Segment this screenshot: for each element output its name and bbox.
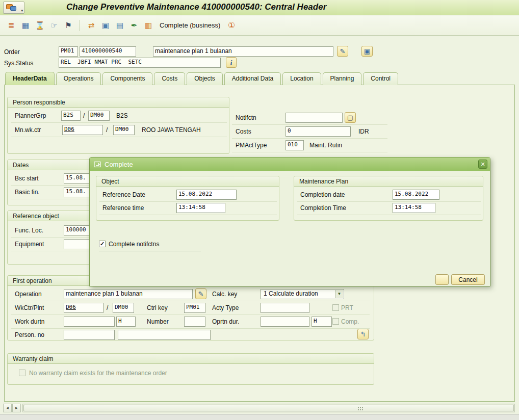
wkctr-field[interactable]: D06 [64, 303, 103, 313]
ctrl-key-field[interactable]: PM01 [184, 303, 205, 313]
person-no-field[interactable] [64, 330, 115, 340]
tab-headerdata[interactable]: HeaderData [5, 72, 55, 85]
scrollbar-track[interactable] [22, 404, 515, 412]
tab-components[interactable]: Components [102, 72, 152, 85]
create-notification-icon[interactable]: ▢ [345, 112, 356, 123]
complete-dialog: Complete ✕ Object Reference Date 15.08.2… [89, 157, 490, 286]
work-durtn-unit-field[interactable]: H [116, 317, 136, 327]
calc-key-value: 1 Calculate duration [264, 290, 318, 297]
acty-type-field[interactable] [261, 303, 309, 313]
cost-report-icon[interactable]: ▦ [19, 19, 32, 32]
notifctn-field[interactable] [286, 113, 343, 123]
application-toolbar: ≣ ▦ ⌛ ☞ ⚑ ⇄ ▣ ▤ ✒ ▥ Complete (business) … [0, 15, 519, 36]
warranty-claim-group: Warranty claim No warranty claim exists … [7, 353, 374, 385]
reference-date-field[interactable]: 15.08.2022 [176, 190, 237, 200]
calc-key-dropdown[interactable]: 1 Calculate duration ▼ [261, 289, 344, 299]
dialog-title: Complete [105, 161, 133, 168]
tab-location[interactable]: Location [282, 72, 321, 85]
warranty-claim-title: Warranty claim [8, 354, 374, 364]
operations-overview-icon[interactable]: ≣ [5, 19, 17, 32]
session-menu-button[interactable]: ▾ [3, 2, 24, 14]
completion-date-label: Completion date [300, 191, 345, 198]
complete-notifctns-checkbox[interactable] [99, 241, 106, 247]
complete-notifctns-row: Complete notifctns [99, 238, 201, 251]
operation-overview-icon[interactable]: ↰ [357, 329, 369, 339]
determine-costs-icon[interactable]: ⇄ [85, 19, 97, 32]
complete-document-icon[interactable]: ▥ [142, 19, 154, 32]
header-data-icon[interactable]: ▣ [361, 46, 373, 57]
tab-control[interactable]: Control [363, 72, 398, 85]
reference-time-field[interactable]: 13:14:58 [176, 203, 225, 213]
operation-field[interactable]: maintenance plan 1 bulanan [64, 289, 193, 299]
oprtn-dur-label: Oprtn dur. [212, 318, 239, 325]
bsc-start-label: Bsc start [15, 175, 39, 182]
number-label: Number [147, 318, 169, 325]
complete-dialog-titlebar[interactable]: Complete ✕ [90, 158, 490, 171]
release-order-icon[interactable]: ☞ [48, 19, 60, 32]
no-warranty-label: No warranty claim exists for the mainten… [29, 370, 167, 377]
basic-fin-label: Basic fin. [15, 189, 40, 196]
person-no-text-field[interactable] [118, 330, 211, 340]
dialog-maintenance-plan-title: Maintenance Plan [294, 176, 483, 187]
ctrl-key-label: Ctrl key [147, 304, 168, 311]
work-durtn-field[interactable] [64, 317, 115, 327]
scrollbar-grip-icon [358, 407, 359, 408]
dialog-object-group: Object Reference Date 15.08.2022 Referen… [96, 176, 279, 221]
partner-overview-icon[interactable]: ⌛ [34, 19, 46, 32]
prt-checkbox [332, 304, 339, 311]
order-type-field[interactable]: PM01 [59, 46, 78, 57]
work-ctr-label: Mn.wk.ctr [15, 126, 41, 134]
tab-costs[interactable]: Costs [154, 72, 185, 85]
equipment-label: Equipment [15, 241, 44, 248]
status-info-icon[interactable]: i [226, 57, 237, 68]
tab-strip: HeaderData Operations Components Costs O… [5, 72, 398, 85]
costs-label: Costs [236, 128, 251, 135]
scroll-right-icon[interactable]: ► [12, 404, 21, 412]
scroll-left-icon[interactable]: ◄ [3, 404, 12, 412]
dialog-window-icon [94, 161, 101, 168]
status-flags-icon[interactable]: ⚑ [62, 19, 74, 32]
pmacttype-field[interactable]: 010 [286, 140, 304, 150]
copy-order-icon[interactable]: ▣ [99, 19, 112, 32]
edit-operation-icon[interactable]: ✎ [195, 288, 206, 299]
planner-grp-field[interactable]: B2S [61, 111, 81, 121]
order-description-field[interactable]: maintenance plan 1 bulanan [153, 46, 333, 57]
completion-date-field[interactable]: 15.08.2022 [393, 190, 439, 200]
dialog-close-icon[interactable]: ✕ [478, 160, 487, 169]
wkctr-plant-field[interactable]: DM00 [113, 303, 134, 313]
order-label: Order [4, 48, 20, 56]
page-bubble-icon [10, 6, 16, 11]
completion-time-field[interactable]: 13:14:58 [393, 203, 435, 213]
planner-grp-plant-field[interactable]: DM00 [88, 111, 110, 121]
costs-currency: IDR [358, 128, 369, 135]
person-no-label: Person. no [15, 331, 44, 338]
status-bar [0, 414, 519, 420]
work-ctr-field[interactable]: D06 [62, 125, 103, 135]
order-log-icon[interactable]: ▤ [114, 19, 126, 32]
complete-business-button[interactable]: Complete (business) [160, 21, 220, 29]
toolbar-separator [80, 20, 80, 31]
prt-label: PRT [341, 304, 353, 311]
oprtn-dur-field[interactable] [261, 317, 309, 327]
dropdown-arrow-icon: ▾ [21, 9, 23, 13]
order-number-field[interactable]: 410000000540 [80, 46, 136, 57]
tab-additional-data[interactable]: Additional Data [224, 72, 281, 85]
edit-description-icon[interactable]: ✎ [337, 46, 348, 57]
oprtn-dur-unit-field[interactable]: H [312, 317, 332, 327]
tab-operations[interactable]: Operations [56, 72, 101, 85]
dialog-confirm-button[interactable] [435, 274, 449, 285]
technical-complete-icon[interactable]: ✒ [128, 19, 140, 32]
work-ctr-plant-field[interactable]: DM00 [113, 125, 135, 135]
dialog-object-title: Object [96, 176, 279, 187]
scrollbar-thumb[interactable] [23, 405, 514, 411]
horizontal-scrollbar: ◄ ► [0, 404, 519, 413]
reference-date-label: Reference Date [102, 191, 145, 198]
completion-time-label: Completion Time [300, 204, 346, 212]
number-field[interactable] [184, 317, 205, 327]
operation-label: Operation [15, 291, 42, 298]
dialog-cancel-button[interactable]: Cancel [451, 274, 485, 285]
planner-grp-separator: / [83, 112, 85, 119]
tab-objects[interactable]: Objects [187, 72, 223, 85]
notifctn-row: Notifctn ▢ [232, 112, 387, 125]
tab-planning[interactable]: Planning [323, 72, 362, 85]
